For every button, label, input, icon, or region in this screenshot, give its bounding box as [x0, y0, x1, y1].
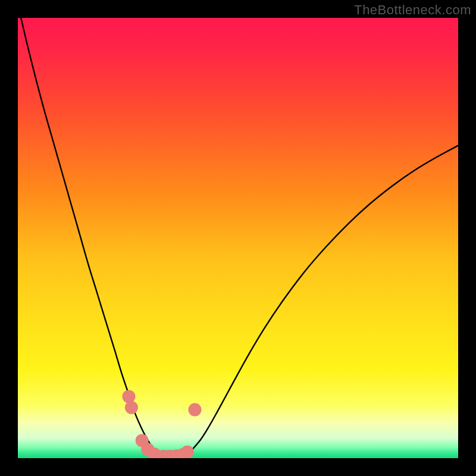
plot-area [18, 18, 458, 458]
chart-frame: TheBottleneck.com [0, 0, 476, 476]
curve-layer [18, 18, 458, 458]
valley-marker [188, 403, 201, 416]
watermark-text: TheBottleneck.com [354, 2, 471, 18]
valley-marker [181, 446, 194, 458]
valley-curve-left [18, 18, 163, 456]
valley-markers [122, 390, 201, 458]
valley-marker [125, 401, 138, 414]
valley-curve-right [185, 146, 458, 456]
valley-marker [122, 390, 135, 403]
